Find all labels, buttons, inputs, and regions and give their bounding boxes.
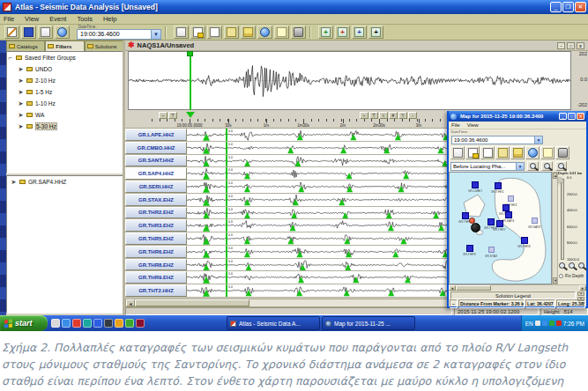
channel-label[interactable]: GR.THR2.EHZ xyxy=(125,207,187,219)
menu-tools[interactable]: Tools xyxy=(77,15,93,23)
zoom-in-icon[interactable] xyxy=(527,161,539,171)
filter-item[interactable]: ➤5-30 Hz xyxy=(7,121,123,132)
overview-waveform[interactable] xyxy=(128,51,571,110)
globe-button[interactable] xyxy=(525,146,540,159)
trash-button[interactable] xyxy=(291,26,306,39)
menu-view[interactable]: View xyxy=(25,15,39,23)
filter-item[interactable]: ➤1-10 Hz xyxy=(7,98,123,109)
page-button[interactable] xyxy=(450,146,465,159)
taskbar-task[interactable]: Atlas - Seismic Data A... xyxy=(227,316,320,330)
collapse-icon[interactable]: - xyxy=(408,112,417,119)
scrollbar-thumb[interactable] xyxy=(135,299,249,306)
map-menu-file[interactable]: File xyxy=(451,122,460,128)
zoom-out-icon[interactable] xyxy=(569,262,575,269)
legend-spinner[interactable]: ▲▼ xyxy=(577,291,584,299)
copy-pages-button[interactable] xyxy=(480,146,495,159)
save-button[interactable] xyxy=(21,26,36,39)
app-red-icon[interactable] xyxy=(72,319,81,328)
expand-arrow-icon[interactable]: ➤ xyxy=(18,100,24,107)
channel-thumbnail[interactable] xyxy=(187,271,227,284)
folder-open-button[interactable] xyxy=(510,146,525,159)
station-marker[interactable] xyxy=(488,247,495,253)
zoom-reset-icon[interactable] xyxy=(578,262,584,269)
scroll-up-icon[interactable]: ▲ xyxy=(553,173,557,179)
zoom-reset-icon[interactable] xyxy=(555,161,567,171)
zoom-in-icon[interactable] xyxy=(559,262,565,269)
tab-solutions[interactable]: Solutions xyxy=(85,41,123,51)
expand-arrow-icon[interactable]: ➤ xyxy=(18,112,24,119)
copy-pages-button[interactable] xyxy=(207,26,222,39)
channel-thumbnail[interactable] xyxy=(187,181,227,193)
minimize-button[interactable]: _ xyxy=(550,2,562,12)
time-mode-icon[interactable]: T xyxy=(369,112,378,119)
taskbar-task[interactable]: Map for 2015-11-25 ... xyxy=(322,316,415,330)
grid-icon[interactable]: # xyxy=(389,112,398,119)
depth-slider-handle[interactable] xyxy=(559,177,564,184)
channel-label[interactable]: GR.THT2.HHZ xyxy=(125,284,187,297)
solution-legend[interactable]: Solution Legend xyxy=(450,291,576,299)
globe-button[interactable] xyxy=(55,26,70,39)
restore-button[interactable]: ❐ xyxy=(562,2,574,12)
filter-item[interactable]: ➤WA xyxy=(7,109,123,121)
channel-thumbnail[interactable] xyxy=(187,167,227,180)
channel-thumbnail[interactable] xyxy=(187,194,227,206)
map-status-collapse[interactable]: – xyxy=(450,299,458,308)
channel-label[interactable]: GR.THR5.EHZ xyxy=(125,232,187,245)
folder-pages-button[interactable] xyxy=(224,26,239,39)
channel-thumbnail[interactable] xyxy=(187,232,227,245)
globe-button[interactable] xyxy=(257,26,272,39)
channel-label[interactable]: GR.SERI.HHZ xyxy=(125,181,187,193)
fix-depth-radio[interactable] xyxy=(559,274,563,278)
alert-icon[interactable] xyxy=(556,321,562,326)
wave-mode-icon[interactable]: ~ xyxy=(360,112,368,119)
station-blue-button[interactable]: + xyxy=(352,26,367,39)
channel-label[interactable]: GR.THR3.EHZ xyxy=(125,219,187,232)
filter-item[interactable]: ➤UNDO xyxy=(7,63,123,75)
scroll-left-icon[interactable]: ◄ xyxy=(126,299,135,306)
clock-icon[interactable]: t xyxy=(379,112,388,119)
trash-button[interactable] xyxy=(555,146,569,159)
station-green-button[interactable]: + xyxy=(318,26,333,39)
channel-thumbnail[interactable] xyxy=(187,219,227,232)
cursor-marker-icon[interactable] xyxy=(186,112,195,118)
pencil-button[interactable] xyxy=(4,26,19,39)
show-desktop-icon[interactable] xyxy=(51,319,60,328)
panel-close-icon[interactable]: x xyxy=(577,42,584,49)
tab-filters[interactable]: Filters xyxy=(45,41,84,51)
channel-label[interactable]: GR.LAPE.HHZ xyxy=(125,129,187,141)
close-button[interactable]: ✕ xyxy=(575,2,586,12)
station-item[interactable]: ➤GR.SAP4.HHZ xyxy=(7,176,123,188)
channel-thumbnail[interactable] xyxy=(187,246,227,258)
page-lock-button[interactable] xyxy=(465,146,480,159)
tab-catalogs[interactable]: Catalogs xyxy=(6,41,45,51)
time-mode-icon[interactable]: T xyxy=(168,112,177,119)
station-marker[interactable] xyxy=(495,182,502,189)
expand-arrow-icon[interactable]: ➤ xyxy=(18,123,24,130)
menu-file[interactable]: File xyxy=(4,15,14,23)
station-marker[interactable] xyxy=(521,237,528,244)
map-close-button[interactable]: ✕ xyxy=(577,113,584,120)
channel-label[interactable]: GR.SANT.HHZ xyxy=(125,155,187,167)
tray-clock[interactable]: 7:26 PM xyxy=(563,321,584,327)
scrollbar-thumb[interactable] xyxy=(456,285,491,291)
note-button[interactable] xyxy=(540,146,555,159)
datetime-combobox[interactable]: 19:00:36.4600 ▼ xyxy=(77,29,161,40)
note-button[interactable] xyxy=(274,26,289,39)
chevron-down-icon[interactable]: ▼ xyxy=(151,30,160,39)
folder-pages-button[interactable] xyxy=(495,146,510,159)
channel-thumbnail[interactable] xyxy=(187,284,227,297)
channel-thumbnail[interactable] xyxy=(187,129,227,141)
menu-help[interactable]: Help xyxy=(103,15,116,23)
chevron-down-icon[interactable]: ▼ xyxy=(534,136,542,144)
map-vertical-scrollbar[interactable]: ▲ ▼ xyxy=(552,172,558,284)
tree-toggle-icon[interactable]: ⌐ xyxy=(7,55,13,61)
station-marker[interactable] xyxy=(472,181,479,188)
map-minimize-button[interactable]: _ xyxy=(559,113,567,120)
channel-thumbnail[interactable] xyxy=(187,207,227,219)
station-marker[interactable] xyxy=(502,204,510,211)
map-canvas[interactable]: GR.CMBOGR.THR1GR.THR2GR.THR3GR.SAP4GR.TH… xyxy=(449,172,552,284)
ship-position-marker[interactable] xyxy=(471,223,480,232)
app-teal-icon[interactable] xyxy=(83,319,92,328)
scroll-right-icon[interactable]: ► xyxy=(579,285,586,291)
channel-label[interactable]: GR.THR9.EHZ xyxy=(125,271,187,284)
